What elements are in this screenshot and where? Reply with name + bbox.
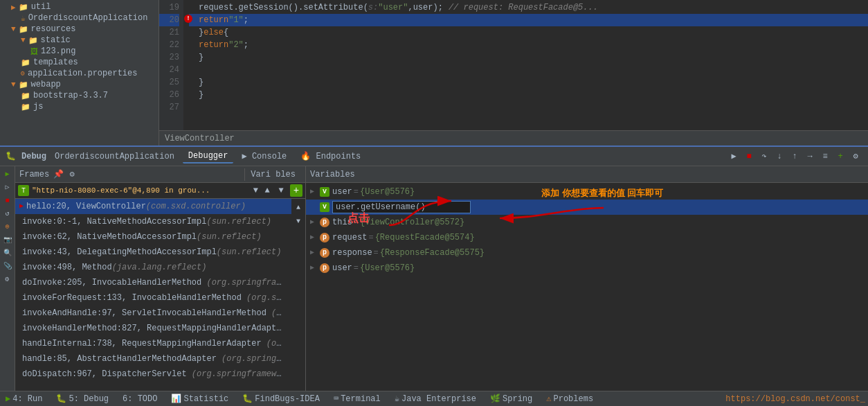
nav-down-icon[interactable]: ▼	[275, 184, 287, 197]
add-watch-icon[interactable]: +	[833, 150, 847, 164]
run-to-cursor-icon[interactable]: →	[803, 150, 817, 164]
debug-toolbar: ▶ ■ ↷ ↓ ↑ → ≡ + ⚙	[727, 150, 862, 164]
tree-item-appprops[interactable]: ⚙ application.properties	[0, 68, 159, 79]
step-out-icon[interactable]: ↑	[788, 150, 802, 164]
debug-status-icon: 🐛	[56, 394, 66, 404]
sidebar-icon-3[interactable]: ⊕	[1, 220, 15, 233]
status-bar: ▶ 4: Run 🐛 5: Debug 6: TODO 📊 Statistic …	[0, 391, 868, 406]
code-line-20: return "1" ;	[189, 14, 868, 26]
frame-item[interactable]: doDispatch:967, DispatcherServlet (org.s…	[15, 367, 291, 382]
status-statistic[interactable]: 📊 Statistic	[168, 394, 231, 404]
todo-label: 6: TODO	[123, 394, 157, 404]
nav-up-icon[interactable]: ▲	[261, 184, 273, 197]
frames-pin-icon[interactable]: 📌	[52, 168, 64, 181]
folder-icon: 📁	[21, 91, 30, 100]
var-item-user[interactable]: ▶ v user = {User@5576}	[306, 184, 868, 200]
tab-console[interactable]: ▶ Console	[236, 150, 292, 163]
arrow-right-icon: ▶	[11, 3, 16, 12]
sidebar-icon-6[interactable]: 📎	[1, 260, 15, 272]
frame-item[interactable]: doInvoke:205, InvocableHandlerMethod (or…	[15, 275, 291, 290]
arrow-down-icon: ▼	[11, 80, 16, 89]
variables-tab-label[interactable]: Vari bles	[244, 168, 301, 181]
var-item-watch-input[interactable]: v	[306, 200, 868, 215]
run-label: 4: Run	[12, 394, 42, 404]
expand-icon: ▶	[310, 247, 317, 259]
var-item-response[interactable]: ▶ p response = {ResponseFacade@5575}	[306, 245, 868, 261]
debug-panel: 🐛 Debug OrderdiscountApplication Debugge…	[0, 145, 868, 391]
frame-item[interactable]: invoke:43, DelegatingMethodAccessorImpl …	[15, 245, 291, 260]
stop-icon[interactable]: ■	[742, 150, 756, 164]
tree-item-label: util	[31, 2, 51, 12]
tree-item-label: 123.png	[41, 46, 75, 56]
var-item-user2[interactable]: ▶ p user = {User@5576}	[306, 261, 868, 276]
evaluate-icon[interactable]: ≡	[818, 150, 832, 164]
tree-item-orderdiscount[interactable]: ☕ OrderdiscountApplication	[0, 12, 159, 24]
var-item-this[interactable]: ▶ p this = {ViewController@5572}	[306, 215, 868, 230]
status-todo[interactable]: 6: TODO	[120, 394, 160, 404]
folder-icon: 📁	[19, 25, 28, 34]
sidebar-icon-7[interactable]: ⚙	[1, 273, 15, 285]
status-java-enterprise[interactable]: ☕ Java Enterprise	[392, 394, 479, 404]
frame-item[interactable]: invokeHandlerMethod:827, RequestMappingH…	[15, 321, 291, 336]
frame-item[interactable]: invoke:62, NativeMethodAccessorImpl (sun…	[15, 229, 291, 245]
statistic-label: Statistic	[183, 394, 228, 404]
endpoints-icon: 🔥	[300, 152, 311, 161]
debug-label: 5: Debug	[69, 394, 109, 404]
resume-sidebar-icon[interactable]: ▶	[1, 168, 15, 180]
frame-item[interactable]: invokeAndHandle:97, ServletInvocableHand…	[15, 306, 291, 321]
tree-item-templates[interactable]: 📁 templates	[0, 57, 159, 68]
tree-item-js[interactable]: 📁 js	[0, 101, 159, 112]
tree-item-webapp[interactable]: ▼ 📁 webapp	[0, 79, 159, 90]
frame-item[interactable]: ▶ hello:20, ViewController (com.sxd.cont…	[15, 199, 291, 214]
frame-item[interactable]: invokeForRequest:133, InvocableHandlerMe…	[15, 290, 291, 306]
arrow-down-icon: ▼	[21, 36, 26, 44]
tab-endpoints[interactable]: 🔥 Endpoints	[295, 150, 366, 163]
sidebar-icon-4[interactable]: 📷	[1, 233, 15, 246]
thread-dropdown-icon[interactable]: ▼	[253, 186, 258, 195]
folder-icon: 📁	[28, 36, 38, 45]
tree-item-resources[interactable]: ▼ 📁 resources	[0, 24, 159, 35]
settings-icon[interactable]: ⚙	[849, 150, 862, 164]
status-debug[interactable]: 🐛 5: Debug	[53, 394, 111, 404]
var-item-request[interactable]: ▶ p request = {RequestFacade@5574}	[306, 230, 868, 245]
resume-icon[interactable]: ▶	[727, 150, 741, 164]
status-problems[interactable]: ⚠ Problems	[543, 394, 596, 404]
stop-sidebar-icon[interactable]: ■	[1, 194, 15, 206]
sidebar-icon-1[interactable]: ▷	[1, 181, 15, 193]
tree-item-util[interactable]: ▶ 📁 util	[0, 1, 159, 12]
code-line-23: }	[189, 51, 868, 64]
debug-app-name: OrderdiscountApplication	[55, 152, 174, 161]
expand-icon: ▶	[310, 216, 317, 229]
debug-icon: 🐛	[6, 151, 16, 161]
statistic-icon: 📊	[171, 394, 181, 404]
watch-input[interactable]	[332, 201, 471, 213]
status-terminal[interactable]: ⌨ Terminal	[331, 394, 383, 404]
tree-item-123png[interactable]: 🖼 123.png	[0, 46, 159, 57]
console-icon: ▶	[242, 152, 246, 161]
run-icon: ▶	[6, 394, 10, 404]
status-run[interactable]: ▶ 4: Run	[3, 394, 45, 404]
tree-item-static[interactable]: ▼ 📁 static	[0, 35, 159, 46]
frame-item[interactable]: invoke:0:-1, NativeMethodAccessorImpl (s…	[15, 214, 291, 229]
scroll-up-icon[interactable]: ▲	[293, 202, 304, 213]
status-spring[interactable]: 🌿 Spring	[487, 394, 535, 404]
code-line-21: } else {	[189, 26, 868, 39]
var-icon-orange: p	[320, 263, 329, 273]
frame-item[interactable]: handle:85, AbstractHandlerMethodAdapter …	[15, 351, 291, 367]
tab-debugger[interactable]: Debugger	[183, 150, 234, 164]
frames-settings-icon[interactable]: ⚙	[66, 168, 78, 181]
scroll-down-icon[interactable]: ▼	[293, 215, 304, 227]
variables-panel: Variables ▶ v user = {User@5576} v	[306, 166, 868, 391]
variables-list: ▶ v user = {User@5576} v ▶	[306, 183, 868, 391]
step-over-icon[interactable]: ↷	[757, 150, 771, 164]
frame-item[interactable]: invoke:498, Method (java.lang.reflect)	[15, 260, 291, 275]
add-to-watch-button[interactable]: +	[290, 184, 302, 197]
tree-item-label: static	[41, 35, 71, 45]
sidebar-icon-2[interactable]: ↺	[1, 207, 15, 220]
status-findbugs[interactable]: 🐛 FindBugs-IDEA	[239, 394, 323, 404]
step-into-icon[interactable]: ↓	[772, 150, 786, 164]
tree-item-bootstrap[interactable]: 📁 bootstrap-3.3.7	[0, 90, 159, 101]
debug-title: Debug	[21, 152, 46, 161]
frame-item[interactable]: handleInternal:738, RequestMappingHandle…	[15, 336, 291, 351]
sidebar-icon-5[interactable]: 🔍	[1, 247, 15, 259]
